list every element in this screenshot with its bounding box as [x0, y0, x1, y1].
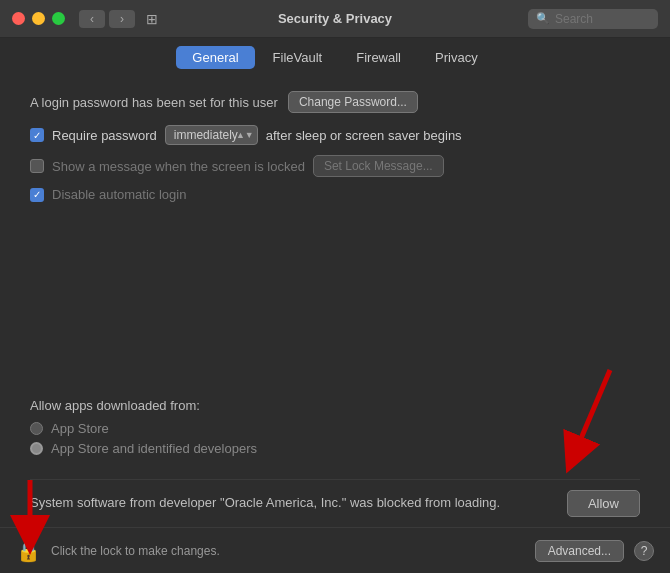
blocked-text: System software from developer "Oracle A… — [30, 494, 551, 512]
tab-filevault[interactable]: FileVault — [257, 46, 339, 69]
maximize-button[interactable] — [52, 12, 65, 25]
tab-privacy[interactable]: Privacy — [419, 46, 494, 69]
search-icon: 🔍 — [536, 12, 550, 25]
change-password-button[interactable]: Change Password... — [288, 91, 418, 113]
require-password-suffix: after sleep or screen saver begins — [266, 128, 462, 143]
forward-button[interactable]: › — [109, 10, 135, 28]
app-store-radio[interactable] — [30, 422, 43, 435]
traffic-lights — [12, 12, 65, 25]
nav-buttons: ‹ › — [79, 10, 135, 28]
app-store-identified-radio-row: App Store and identified developers — [30, 441, 640, 456]
title-bar: ‹ › ⊞ Security & Privacy 🔍 — [0, 0, 670, 38]
lock-icon[interactable]: 🔒 — [16, 539, 41, 563]
set-lock-message-button[interactable]: Set Lock Message... — [313, 155, 444, 177]
spacer — [30, 212, 640, 382]
show-message-label: Show a message when the screen is locked — [52, 159, 305, 174]
minimize-button[interactable] — [32, 12, 45, 25]
password-row: A login password has been set for this u… — [30, 91, 640, 113]
tab-general[interactable]: General — [176, 46, 254, 69]
tabs-bar: General FileVault Firewall Privacy — [0, 38, 670, 75]
require-password-row: Require password immediately 5 seconds 1… — [30, 125, 640, 145]
app-store-label: App Store — [51, 421, 109, 436]
blocked-section: System software from developer "Oracle A… — [30, 479, 640, 527]
bottom-bar: 🔒 Click the lock to make changes. Advanc… — [0, 527, 670, 573]
show-message-row: Show a message when the screen is locked… — [30, 155, 640, 177]
help-button[interactable]: ? — [634, 541, 654, 561]
close-button[interactable] — [12, 12, 25, 25]
app-store-identified-label: App Store and identified developers — [51, 441, 257, 456]
tab-firewall[interactable]: Firewall — [340, 46, 417, 69]
show-message-checkbox[interactable] — [30, 159, 44, 173]
app-store-radio-row: App Store — [30, 421, 640, 436]
disable-autologin-label: Disable automatic login — [52, 187, 186, 202]
window-title: Security & Privacy — [278, 11, 392, 26]
lock-label: Click the lock to make changes. — [51, 544, 525, 558]
immediately-dropdown-wrapper[interactable]: immediately 5 seconds 1 minute 5 minutes… — [165, 125, 258, 145]
allow-apps-section: Allow apps downloaded from: App Store Ap… — [30, 398, 640, 461]
main-content: A login password has been set for this u… — [0, 75, 670, 527]
require-password-checkbox[interactable] — [30, 128, 44, 142]
advanced-button[interactable]: Advanced... — [535, 540, 624, 562]
disable-autologin-row: Disable automatic login — [30, 187, 640, 202]
grid-button[interactable]: ⊞ — [139, 10, 165, 28]
search-bar[interactable]: 🔍 — [528, 9, 658, 29]
allow-button[interactable]: Allow — [567, 490, 640, 517]
password-set-label: A login password has been set for this u… — [30, 95, 278, 110]
app-store-identified-radio[interactable] — [30, 442, 43, 455]
allow-apps-label: Allow apps downloaded from: — [30, 398, 640, 413]
require-password-label: Require password — [52, 128, 157, 143]
back-button[interactable]: ‹ — [79, 10, 105, 28]
immediately-dropdown[interactable]: immediately 5 seconds 1 minute 5 minutes — [165, 125, 258, 145]
search-input[interactable] — [555, 12, 650, 26]
disable-autologin-checkbox[interactable] — [30, 188, 44, 202]
